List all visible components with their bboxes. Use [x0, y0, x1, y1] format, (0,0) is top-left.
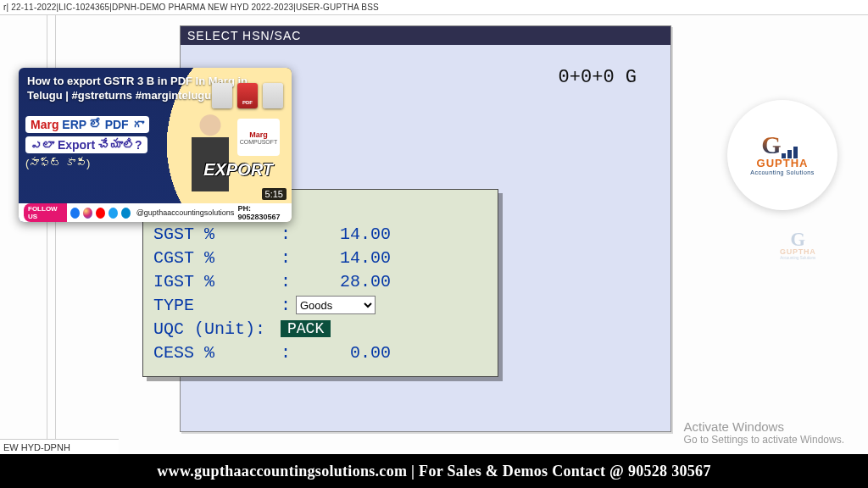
cgst-label: CGST % [153, 246, 281, 270]
type-label: TYPE [153, 293, 281, 318]
cgst-value[interactable]: 14.00 [296, 246, 398, 270]
brand-logo: G GUPTHA Accounting Solutions [727, 100, 837, 210]
uqc-label: UQC (Unit): [153, 317, 281, 341]
follow-badge: FOLLOW US [24, 203, 67, 222]
t: PDF గా [105, 118, 144, 131]
summary-expression: 0+0+0 G [559, 69, 637, 87]
t: (సాఫ్ట్ కాపీ) [25, 157, 182, 169]
igst-value[interactable]: 28.00 [296, 269, 398, 294]
person-graphic [180, 113, 241, 202]
contact-banner: www.gupthaaccountingsolutions.com | For … [0, 454, 868, 488]
thumb-footer: FOLLOW US @gupthaaccountingsolutions PH:… [19, 203, 292, 222]
facebook-icon [70, 208, 80, 219]
doc-icon [263, 83, 283, 108]
t: ఎలా Export చేయాలి? [25, 136, 147, 153]
pdf-icon [237, 83, 258, 108]
doc-icon [212, 83, 232, 108]
cess-label: CESS % [153, 341, 281, 365]
phone: PH: 9052830567 [237, 204, 287, 221]
thumb-headlines: Marg ERP లో PDF గా ఎలా Export చేయాలి? (స… [25, 114, 182, 169]
instagram-icon [83, 208, 92, 219]
twitter-icon [108, 208, 118, 219]
doc-icons [212, 83, 283, 108]
status-bar: EW HYD-DPNH [0, 439, 119, 454]
brand-sub: Accounting Solutions [750, 169, 814, 175]
t: Marg [249, 130, 268, 139]
brand-name: GUPTHA [780, 247, 816, 257]
video-duration: 5:15 [262, 188, 287, 200]
social-handle: @gupthaaccountingsolutions [136, 208, 235, 217]
uqc-value[interactable]: PACK [281, 320, 331, 337]
brand-logo-watermark: G GUPTHA Accounting Solutions [780, 232, 816, 260]
t: Activate Windows [684, 419, 844, 434]
sgst-label: SGST % [153, 222, 281, 247]
colon: : [281, 341, 296, 365]
window-titlebar: r| 22-11-2022|LIC-1024365|DPNH-DEMO PHAR… [0, 0, 868, 15]
windows-activation-watermark: Activate Windows Go to Settings to activ… [684, 419, 844, 446]
brand-sub: Accounting Solutions [781, 256, 816, 260]
colon: : [281, 246, 296, 270]
youtube-icon [96, 208, 105, 219]
colon: : [281, 293, 296, 318]
cess-value[interactable]: 0.00 [296, 341, 398, 365]
t: ERP లో [62, 118, 101, 131]
panel-title: SELECT HSN/SAC [181, 26, 670, 45]
telegram-icon [121, 208, 131, 219]
video-thumbnail[interactable]: How to export GSTR 3 B in PDF In Marg in… [19, 68, 292, 222]
t: Go to Settings to activate Windows. [684, 434, 844, 446]
workspace: SELECT HSN/SAC 0+0+0 G Short Name: SGST … [0, 15, 868, 488]
colon: : [281, 222, 296, 247]
type-select[interactable]: Goods [296, 296, 376, 314]
sgst-value[interactable]: 14.00 [296, 222, 398, 247]
marg-badge: Marg COMPUSOFT [237, 119, 280, 156]
export-stamp: EXPORT [203, 160, 273, 180]
t: Marg [31, 118, 58, 131]
igst-label: IGST % [153, 269, 281, 294]
brand-name: GUPTHA [757, 157, 809, 169]
t: COMPUSOFT [240, 139, 278, 145]
colon: : [281, 269, 296, 294]
